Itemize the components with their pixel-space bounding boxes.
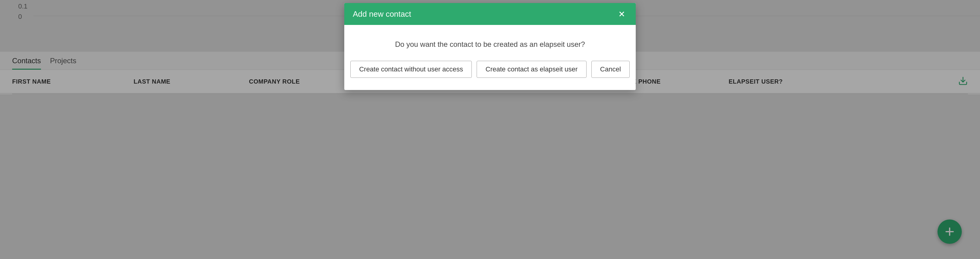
cancel-button[interactable]: Cancel [592, 61, 630, 78]
create-as-user-button[interactable]: Create contact as elapseit user [477, 61, 586, 78]
modal-overlay: Add new contact Do you want the contact … [0, 0, 980, 259]
modal-header: Add new contact [344, 3, 636, 25]
modal-title: Add new contact [353, 10, 411, 19]
modal-question: Do you want the contact to be created as… [356, 40, 624, 49]
modal-actions: Create contact without user access Creat… [356, 61, 624, 78]
modal-close-button[interactable] [616, 8, 627, 19]
modal-body: Do you want the contact to be created as… [344, 25, 636, 90]
create-without-access-button[interactable]: Create contact without user access [350, 61, 472, 78]
add-contact-modal: Add new contact Do you want the contact … [344, 3, 636, 90]
